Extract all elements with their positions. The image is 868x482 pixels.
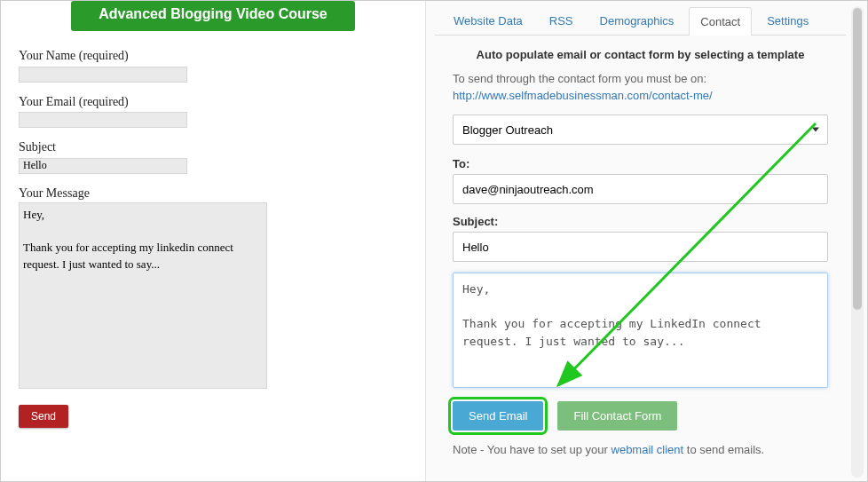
tab-bar: Website Data RSS Demographics Contact Se… bbox=[435, 1, 846, 36]
scrollbar[interactable] bbox=[851, 6, 864, 478]
tab-settings[interactable]: Settings bbox=[755, 6, 820, 35]
email-input[interactable] bbox=[19, 112, 187, 128]
scrollbar-thumb[interactable] bbox=[853, 8, 862, 310]
email-field-group: Your Email (required) bbox=[19, 95, 407, 129]
subject-label: Subject bbox=[19, 140, 407, 154]
page-contact-form: Advanced Blogging Video Course Your Name… bbox=[1, 1, 425, 482]
tab-rss[interactable]: RSS bbox=[538, 6, 585, 35]
webmail-note: Note - You have to set up your webmail c… bbox=[453, 443, 828, 456]
send-email-button[interactable]: Send Email bbox=[453, 401, 543, 431]
email-label: Your Email (required) bbox=[19, 95, 407, 109]
course-banner: Advanced Blogging Video Course bbox=[71, 1, 355, 31]
template-select-wrap: Blogger Outreach bbox=[453, 115, 828, 145]
tab-contact[interactable]: Contact bbox=[689, 7, 752, 36]
note-prefix: Note - You have to set up your bbox=[453, 443, 612, 456]
message-field-group: Your Message bbox=[19, 186, 407, 392]
name-label: Your Name (required) bbox=[19, 49, 407, 63]
to-label: To: bbox=[453, 157, 828, 170]
message-label: Your Message bbox=[19, 186, 407, 201]
template-select[interactable]: Blogger Outreach bbox=[453, 115, 828, 145]
name-input[interactable] bbox=[19, 67, 187, 83]
body-textarea[interactable] bbox=[453, 273, 828, 388]
contact-form-url-link[interactable]: http://www.selfmadebusinessman.com/conta… bbox=[453, 89, 828, 102]
message-textarea[interactable] bbox=[19, 202, 267, 389]
button-row: Send Email Fill Contact Form bbox=[453, 401, 828, 431]
extension-panel: Website Data RSS Demographics Contact Se… bbox=[425, 1, 868, 482]
subject-label-right: Subject: bbox=[453, 215, 828, 228]
subject-input[interactable] bbox=[19, 158, 187, 174]
webmail-client-link[interactable]: webmail client bbox=[612, 443, 684, 456]
tab-demographics[interactable]: Demographics bbox=[588, 6, 686, 35]
banner-title: Advanced Blogging Video Course bbox=[80, 6, 346, 22]
name-field-group: Your Name (required) bbox=[19, 49, 407, 83]
contact-form-hint: To send through the contact form you mus… bbox=[453, 72, 828, 85]
note-suffix: to send emails. bbox=[683, 443, 764, 456]
fill-contact-form-button[interactable]: Fill Contact Form bbox=[557, 401, 677, 431]
panel-heading: Auto populate email or contact form by s… bbox=[453, 48, 828, 61]
contact-tab-body: Auto populate email or contact form by s… bbox=[435, 36, 846, 469]
subject-field-group: Subject bbox=[19, 140, 407, 174]
subject-input-right[interactable] bbox=[453, 232, 828, 262]
tab-website-data[interactable]: Website Data bbox=[442, 6, 534, 35]
to-input[interactable] bbox=[453, 174, 828, 204]
send-button[interactable]: Send bbox=[19, 405, 68, 428]
